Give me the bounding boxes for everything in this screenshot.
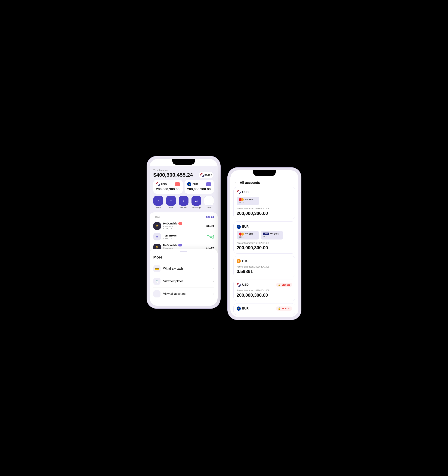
- full-card-usd-1-currency: USD: [237, 190, 249, 194]
- full-card-usd-blocked[interactable]: USD 🔒 Blocked Account number: 1628620414…: [233, 280, 295, 301]
- balance-amount-row: $400,300,455.24 USD ▾: [153, 172, 214, 178]
- card-mini-mc-row: **** 2346: [239, 198, 257, 201]
- full-usd-blocked-label: USD: [242, 283, 249, 287]
- account-card-eur[interactable]: EUR 200,000,300.00: [185, 180, 214, 194]
- all-accounts-icon: ☰: [153, 290, 160, 297]
- account-card-eur-header: EUR: [187, 182, 211, 186]
- full-eur-blocked-label: EUR: [242, 307, 249, 310]
- exchange-button[interactable]: ⇄ Exchange: [192, 196, 201, 209]
- full-card-eur-blocked-header: EUR 🔒 Blocked: [237, 306, 292, 311]
- more-button[interactable]: ··· More: [204, 196, 214, 209]
- lock-icon: 🔒: [278, 283, 281, 286]
- sheet-item-withdraw[interactable]: 💳 Withdraw cash ›: [153, 262, 214, 275]
- see-all-button[interactable]: See all: [206, 215, 214, 218]
- templates-label: View templates: [163, 280, 183, 283]
- transaction-info-1: McDonalds Restaurant 6 Feb, 12:11: [163, 222, 203, 230]
- accounts-row: USD 200,000,300.00 EUR: [149, 180, 218, 196]
- left-bg: Total balance $400,300,455.24 USD ▾: [149, 166, 218, 306]
- balance-section: Total balance $400,300,455.24 USD ▾: [149, 166, 218, 180]
- transaction-name-2: McDonalds: [163, 244, 203, 247]
- withdraw-label: Withdraw cash: [163, 267, 183, 270]
- sheet-item-templates-left: 📋 View templates: [153, 278, 183, 285]
- transaction-sub-1: Restaurant 6 Feb, 12:11: [163, 225, 203, 230]
- full-card-usd-blocked-header: USD 🔒 Blocked: [237, 283, 292, 287]
- card-mini-mc-5468[interactable]: **** 5468 11/25: [237, 231, 259, 239]
- full-card-btc-currency: ₿ BTC: [237, 259, 249, 263]
- card-tag-purple-1: [178, 244, 182, 246]
- card-expiry-2346: 11/25: [239, 202, 257, 204]
- amount-sub-tb: BTC: [207, 237, 214, 239]
- sheet-item-templates[interactable]: 📋 View templates ›: [153, 275, 214, 288]
- visa-logo-icon: VISA: [263, 232, 269, 235]
- right-phone-screen: ← All accounts USD: [230, 170, 299, 317]
- flag-us-full-1: [237, 190, 241, 194]
- back-arrow-button[interactable]: ←: [234, 181, 238, 185]
- currency-selector[interactable]: USD ▾: [198, 172, 214, 178]
- amount-col-1: -$30.89: [205, 224, 214, 227]
- add-button[interactable]: + Add: [166, 196, 176, 209]
- phones-container: Total balance $400,300,455.24 USD ▾: [147, 156, 301, 320]
- eur-card-chip: [206, 182, 211, 186]
- full-card-eur-blocked[interactable]: EUR 🔒 Blocked: [233, 303, 295, 315]
- full-card-usd-blocked-acct-label: Account number: 162862041408: [237, 289, 292, 292]
- more-label: More: [206, 206, 211, 209]
- full-card-usd-1[interactable]: USD **** 2346: [233, 187, 295, 219]
- today-label: Today: [153, 215, 160, 218]
- sheet-title: More: [153, 255, 214, 260]
- request-label: Request: [180, 206, 188, 209]
- right-phone-content: ← All accounts USD: [230, 170, 299, 317]
- full-card-btc-header: ₿ BTC: [237, 259, 292, 263]
- flag-btc-icon: ₿: [237, 259, 241, 263]
- full-card-usd-blocked-currency: USD: [237, 283, 249, 287]
- withdraw-icon: 💳: [153, 265, 160, 272]
- full-card-usd-blocked-amount: 200,000,300.00: [237, 293, 292, 298]
- full-card-eur-currency: EUR: [237, 225, 249, 229]
- sheet-item-all-accounts[interactable]: ☰ View all accounts ›: [153, 288, 214, 300]
- card-number-2346: **** 2346: [245, 198, 253, 201]
- request-icon: ↓: [179, 196, 188, 206]
- amount-1: -$30.89: [205, 224, 214, 227]
- blocked-badge-usd: 🔒 Blocked: [276, 283, 292, 287]
- card-mini-mc-row-2: **** 5468: [239, 232, 257, 236]
- blocked-badge-eur: 🔒 Blocked: [276, 306, 292, 311]
- card-mini-visa-row: VISA **** 6456: [263, 232, 281, 235]
- left-phone-content: Total balance $400,300,455.24 USD ▾: [149, 159, 218, 306]
- send-button[interactable]: ↑ Send: [153, 196, 163, 209]
- all-accounts-header: ← All accounts: [230, 177, 299, 187]
- card-mini-mc-2346[interactable]: **** 2346 11/25: [237, 197, 259, 205]
- currency-selector-label: USD: [205, 174, 210, 176]
- transaction-mcdonalds-1[interactable]: M McDonalds Restaurant 6 Feb, 12:11: [153, 221, 214, 231]
- left-phone: Total balance $400,300,455.24 USD ▾: [147, 156, 220, 308]
- amount-tb: +0.02: [207, 234, 214, 237]
- flag-us-blocked: [237, 283, 241, 287]
- transaction-tombrown[interactable]: TB Tom Brown 6 Feb, 12:11 +0.02 BTC: [153, 231, 214, 242]
- card-expiry-6456: 11/24: [263, 236, 281, 238]
- usd-label: USD: [161, 183, 167, 186]
- full-card-eur-acct-label: Account number: 162862041408: [237, 242, 292, 244]
- chevron-right-icon-3: ›: [213, 292, 214, 295]
- full-card-usd-1-acct-label: Account number: 162862041408: [237, 207, 292, 210]
- full-card-eur-header: EUR: [237, 225, 292, 229]
- request-button[interactable]: ↓ Request: [179, 196, 188, 209]
- mc-logo-icon-2: [239, 232, 244, 236]
- card-number-5468: **** 5468: [245, 233, 253, 235]
- account-card-usd[interactable]: USD 200,000,300.00: [153, 180, 183, 194]
- mc-circle2: [241, 198, 244, 201]
- amount-col-tb: +0.02 BTC: [207, 234, 214, 239]
- account-card-usd-header: USD: [156, 182, 180, 186]
- card-mini-visa-6456[interactable]: VISA **** 6456 11/24: [261, 231, 283, 239]
- card-number-6456: **** 6456: [270, 233, 279, 235]
- all-accounts-title: All accounts: [240, 181, 260, 185]
- left-notch: [172, 159, 195, 165]
- full-card-usd-1-cards: **** 2346 11/25: [237, 197, 292, 205]
- balance-label: Total balance: [153, 169, 214, 172]
- full-card-eur-cards: **** 5468 11/25 VISA **** 6456 11/24: [237, 231, 292, 239]
- exchange-icon: ⇄: [192, 196, 201, 206]
- account-currency-eur: EUR: [187, 182, 198, 186]
- chevron-down-icon: ▾: [211, 174, 212, 176]
- full-card-btc[interactable]: ₿ BTC Account number: 162862041408 0.598…: [233, 256, 295, 277]
- transaction-name-tb: Tom Brown: [163, 234, 205, 237]
- full-card-usd-1-amount: 200,000,300.00: [237, 211, 292, 216]
- tb-icon: TB: [153, 233, 161, 240]
- full-card-eur[interactable]: EUR **** 5468: [233, 221, 295, 254]
